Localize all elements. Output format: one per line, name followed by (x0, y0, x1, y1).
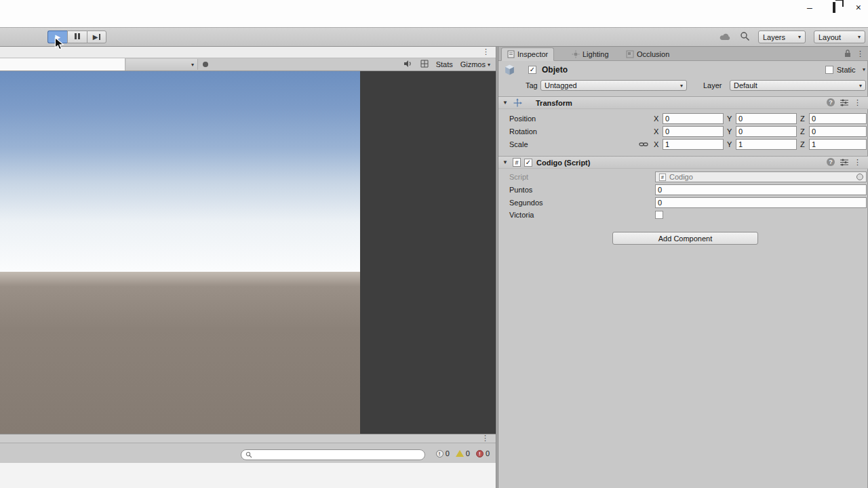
restore-button[interactable] (833, 3, 835, 12)
position-z-field[interactable]: 0 (809, 113, 867, 124)
minimize-button[interactable]: – (807, 1, 812, 14)
layout-dropdown[interactable]: Layout ▾ (814, 30, 865, 43)
foldout-icon[interactable]: ▼ (502, 159, 508, 165)
axis-x-label: X (654, 140, 658, 148)
segundos-row: Segundos 0 (498, 197, 868, 209)
lock-icon[interactable] (844, 49, 851, 58)
add-component-button[interactable]: Add Component (612, 232, 758, 245)
inspector-tab-icon (507, 50, 515, 58)
warning-count-toggle[interactable]: 0 (456, 449, 470, 458)
console-search-field[interactable] (241, 449, 425, 460)
playmode-controls: ▶ ▶ (47, 30, 106, 43)
rotation-x-field[interactable]: 0 (663, 126, 724, 137)
scale-slider-knob[interactable] (203, 62, 208, 67)
aspect-dropdown[interactable]: ▾ (126, 59, 198, 70)
presets-icon[interactable] (840, 99, 848, 106)
bottom-panel-menu-icon[interactable]: ⋮ (481, 434, 489, 443)
component-menu-icon[interactable]: ⋮ (854, 158, 861, 166)
presets-icon[interactable] (840, 159, 848, 166)
position-y-field[interactable]: 0 (736, 113, 797, 124)
foldout-icon[interactable]: ▼ (502, 100, 508, 106)
rotation-z-field[interactable]: 0 (809, 126, 867, 137)
segundos-field[interactable]: 0 (655, 197, 867, 208)
inspector-tabbar: Inspector Lighting Occlusion ⋮ (498, 47, 868, 61)
mute-audio-icon[interactable] (403, 60, 413, 69)
gizmos-label: Gizmos (460, 60, 486, 68)
layout-label: Layout (818, 33, 841, 41)
axis-x-label: X (654, 127, 658, 136)
stats-button[interactable]: Stats (436, 60, 453, 68)
inspector-menu-icon[interactable]: ⋮ (856, 49, 864, 58)
tab-lighting[interactable]: Lighting (566, 47, 614, 61)
chevron-down-icon: ▾ (859, 83, 862, 89)
help-icon[interactable]: ? (827, 98, 835, 106)
link-icon[interactable] (639, 140, 648, 150)
gameobject-enabled-checkbox[interactable]: ✓ (528, 66, 536, 74)
step-button[interactable]: ▶ (87, 30, 106, 43)
csharp-script-icon: # (513, 158, 521, 167)
scale-label: Scale (509, 140, 528, 148)
rotation-y-field[interactable]: 0 (736, 126, 797, 137)
game-panel-menu-icon[interactable]: ⋮ (482, 47, 490, 56)
transform-component-header[interactable]: ▼ Transform ? ⋮ (498, 96, 868, 109)
scale-z-field[interactable]: 1 (809, 139, 867, 150)
tag-layer-row: Tag Untagged ▾ Layer Default ▾ (498, 80, 868, 92)
search-icon[interactable] (740, 31, 750, 43)
help-icon[interactable]: ? (827, 158, 835, 166)
layer-label: Layer (703, 81, 722, 89)
toolbar-right: Layers ▾ Layout ▾ (719, 30, 865, 43)
static-dropdown-icon[interactable]: ▾ (863, 66, 865, 73)
window-controls: – × (807, 1, 861, 14)
gizmos-dropdown[interactable]: Gizmos ▾ (460, 60, 490, 68)
search-icon (245, 451, 252, 458)
script-object-field[interactable]: # Codigo (655, 171, 867, 182)
axis-z-label: Z (800, 127, 805, 136)
display-dropdown[interactable] (0, 58, 125, 70)
scale-x-field[interactable]: 1 (663, 139, 724, 150)
chevron-down-icon: ▾ (680, 83, 683, 89)
axis-y-label: Y (727, 127, 732, 136)
axis-y-label: Y (727, 140, 732, 148)
game-panel-tabbar: ⋮ (0, 47, 496, 58)
layer-dropdown[interactable]: Default ▾ (730, 80, 866, 91)
tag-dropdown[interactable]: Untagged ▾ (540, 80, 687, 91)
script-enabled-checkbox[interactable]: ✓ (524, 159, 532, 167)
game-viewport[interactable] (0, 71, 360, 434)
vsync-grid-icon[interactable] (420, 60, 429, 69)
tab-occlusion[interactable]: Occlusion (620, 47, 675, 61)
info-count-toggle[interactable]: ! 0 (436, 449, 450, 458)
static-checkbox[interactable] (825, 66, 833, 74)
play-button[interactable]: ▶ (47, 30, 67, 43)
close-button[interactable]: × (856, 1, 861, 14)
axis-z-label: Z (800, 115, 805, 123)
component-menu-icon[interactable]: ⋮ (854, 98, 861, 106)
segundos-label: Segundos (509, 199, 543, 207)
pause-button[interactable] (67, 30, 87, 43)
check-icon: ✓ (526, 159, 531, 166)
info-icon: ! (436, 450, 443, 458)
layers-dropdown[interactable]: Layers ▾ (758, 30, 806, 43)
bottom-panel-tabbar: ⋮ (0, 434, 496, 443)
rotation-row: Rotation X 0 Y 0 Z 0 (498, 126, 868, 138)
collab-icon[interactable] (719, 32, 732, 42)
tab-inspector[interactable]: Inspector (501, 47, 554, 61)
scale-y-field[interactable]: 1 (736, 139, 797, 150)
position-x-field[interactable]: 0 (663, 113, 724, 124)
chevron-down-icon: ▾ (858, 34, 861, 40)
puntos-field[interactable]: 0 (655, 184, 867, 195)
victoria-checkbox[interactable] (655, 211, 663, 219)
script-component-header[interactable]: ▼ # ✓ Codigo (Script) ? ⋮ (498, 156, 868, 169)
gameobject-cube-icon[interactable] (504, 64, 515, 77)
tab-label: Inspector (517, 50, 548, 58)
chevron-down-icon: ▾ (191, 62, 194, 68)
console-search-input[interactable] (255, 451, 420, 459)
object-picker-icon[interactable] (856, 174, 863, 180)
csharp-script-icon: # (659, 173, 666, 180)
restore-icon (833, 2, 835, 13)
layer-value: Default (734, 81, 757, 89)
puntos-label: Puntos (509, 186, 532, 194)
static-label: Static (837, 66, 856, 74)
gameobject-name-field[interactable]: Objeto (542, 65, 568, 75)
error-count-toggle[interactable]: ! 0 (476, 449, 490, 458)
bottom-panel-content (0, 463, 496, 488)
